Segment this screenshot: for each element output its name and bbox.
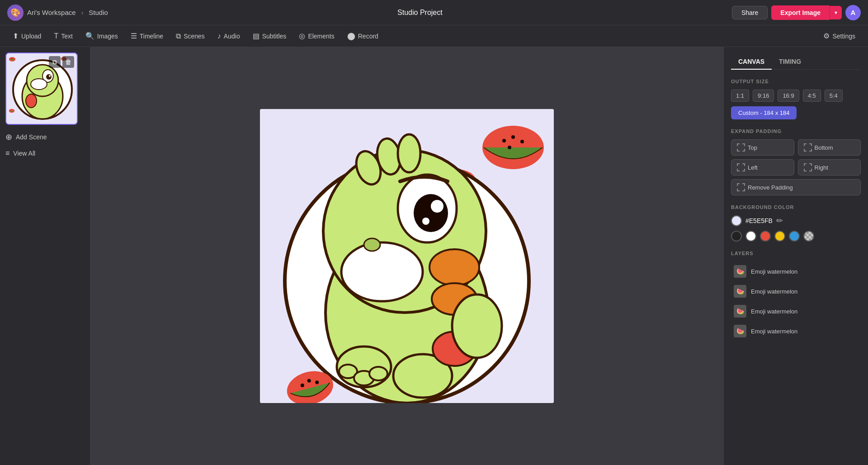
export-dropdown-button[interactable]: ▾ bbox=[830, 6, 842, 19]
user-avatar[interactable]: A bbox=[845, 5, 861, 20]
padding-left-icon bbox=[737, 163, 745, 171]
subtitles-button[interactable]: ▤ Subtitles bbox=[247, 29, 292, 43]
bg-color-section: BACKGROUND COLOR #E5E5FB ✏ bbox=[731, 204, 861, 242]
record-icon: ⬤ bbox=[347, 32, 355, 40]
export-button[interactable]: Export Image bbox=[771, 5, 830, 20]
layer-thumb: 🍉 bbox=[734, 305, 746, 318]
canvas-frame[interactable] bbox=[260, 109, 554, 403]
topbar-right: Share Export Image ▾ A bbox=[732, 5, 861, 20]
layer-thumb: 🍉 bbox=[734, 325, 746, 337]
layer-item[interactable]: 🍉 Emoji watermelon bbox=[731, 261, 861, 281]
color-preset-black[interactable] bbox=[731, 231, 742, 242]
scene-thumbnail[interactable]: ⧉ 🗑 bbox=[5, 52, 78, 125]
svg-point-17 bbox=[511, 135, 515, 139]
add-scene-icon: ⊕ bbox=[5, 132, 12, 142]
layer-thumb: 🍉 bbox=[734, 265, 746, 278]
color-preset-yellow[interactable] bbox=[774, 231, 785, 242]
project-title: Studio Project bbox=[112, 9, 728, 17]
bg-color-row: #E5E5FB ✏ bbox=[731, 215, 861, 226]
timeline-icon: ☰ bbox=[131, 32, 137, 40]
svg-point-29 bbox=[341, 242, 423, 301]
layers-label: LAYERS bbox=[731, 251, 861, 256]
layer-item[interactable]: 🍉 Emoji watermelon bbox=[731, 321, 861, 341]
text-button[interactable]: T Text bbox=[48, 29, 78, 43]
layer-item[interactable]: 🍉 Emoji watermelon bbox=[731, 301, 861, 321]
padding-right-button[interactable]: Right bbox=[798, 159, 861, 176]
svg-point-33 bbox=[422, 218, 429, 225]
panel-tabs: CANVAS TIMING bbox=[731, 54, 861, 70]
layer-name: Emoji watermelon bbox=[751, 288, 797, 295]
color-preset-blue[interactable] bbox=[789, 231, 800, 242]
breadcrumb-sep: › bbox=[81, 9, 84, 16]
svg-point-7 bbox=[31, 79, 47, 90]
layers-section: LAYERS 🍉 Emoji watermelon 🍉 Emoji waterm… bbox=[731, 251, 861, 341]
timeline-button[interactable]: ☰ Timeline bbox=[125, 29, 169, 43]
bg-color-swatch[interactable] bbox=[731, 215, 742, 226]
svg-point-31 bbox=[414, 194, 448, 232]
svg-point-13 bbox=[9, 109, 15, 113]
expand-padding-section: EXPAND PADDING Top Bottom Left Right bbox=[731, 128, 861, 195]
size-presets: 1:1 9:16 16:9 4:5 5:4 bbox=[731, 90, 861, 102]
color-preset-white[interactable] bbox=[745, 231, 756, 242]
add-scene-button[interactable]: ⊕ Add Scene bbox=[5, 128, 85, 146]
padding-top-icon bbox=[737, 143, 745, 152]
svg-point-46 bbox=[398, 134, 420, 172]
settings-icon: ⚙ bbox=[823, 32, 830, 40]
remove-padding-button[interactable]: Remove Padding bbox=[731, 179, 861, 195]
tab-canvas[interactable]: CANVAS bbox=[731, 54, 772, 70]
view-all-icon: ≡ bbox=[5, 149, 9, 157]
scenes-button[interactable]: ⧉ Scenes bbox=[170, 29, 210, 43]
view-all-button[interactable]: ≡ View All bbox=[5, 146, 85, 161]
svg-point-18 bbox=[520, 140, 524, 143]
share-button[interactable]: Share bbox=[732, 6, 768, 19]
svg-point-6 bbox=[49, 75, 51, 77]
text-icon: T bbox=[54, 32, 58, 40]
images-icon: 🔍 bbox=[85, 32, 94, 40]
size-9-16[interactable]: 9:16 bbox=[753, 90, 774, 102]
custom-size-button[interactable]: Custom - 184 x 184 bbox=[731, 106, 797, 119]
svg-point-11 bbox=[12, 58, 13, 59]
padding-bottom-button[interactable]: Bottom bbox=[798, 139, 861, 156]
scenes-icon: ⧉ bbox=[176, 32, 181, 40]
main-canvas-svg bbox=[260, 109, 554, 403]
size-16-9[interactable]: 16:9 bbox=[778, 90, 799, 102]
padding-buttons: Top Bottom Left Right Remove Padding bbox=[731, 139, 861, 195]
padding-left-button[interactable]: Left bbox=[731, 159, 794, 176]
svg-point-10 bbox=[11, 58, 12, 59]
svg-point-8 bbox=[26, 94, 37, 108]
padding-right-icon bbox=[804, 163, 812, 171]
elements-button[interactable]: ◎ Elements bbox=[293, 29, 340, 43]
images-button[interactable]: 🔍 Images bbox=[80, 29, 123, 43]
audio-button[interactable]: ♪ Audio bbox=[212, 29, 245, 43]
studio-link[interactable]: Studio bbox=[89, 9, 108, 16]
brand-logo: 🎨 bbox=[7, 5, 24, 21]
upload-button[interactable]: ⬆ Upload bbox=[7, 29, 47, 43]
padding-bottom-icon bbox=[804, 143, 812, 152]
svg-point-41 bbox=[369, 367, 387, 380]
layer-name: Emoji watermelon bbox=[751, 328, 797, 335]
size-1-1[interactable]: 1:1 bbox=[731, 90, 749, 102]
bg-color-value: #E5E5FB bbox=[745, 217, 773, 224]
brand: 🎨 Ari's Workspace › Studio bbox=[7, 5, 108, 21]
duplicate-scene-button[interactable]: ⧉ bbox=[49, 56, 61, 68]
size-4-5[interactable]: 4:5 bbox=[803, 90, 821, 102]
layer-name: Emoji watermelon bbox=[751, 268, 797, 275]
record-button[interactable]: ⬤ Record bbox=[342, 29, 384, 43]
output-size-section: OUTPUT SIZE 1:1 9:16 16:9 4:5 5:4 Custom… bbox=[731, 79, 861, 119]
svg-point-43 bbox=[452, 294, 502, 358]
layer-name: Emoji watermelon bbox=[751, 308, 797, 315]
padding-top-button[interactable]: Top bbox=[731, 139, 794, 156]
color-preset-transparent[interactable] bbox=[803, 231, 814, 242]
svg-point-19 bbox=[508, 146, 511, 149]
layer-item[interactable]: 🍉 Emoji watermelon bbox=[731, 281, 861, 301]
size-5-4[interactable]: 5:4 bbox=[825, 90, 843, 102]
remove-padding-icon bbox=[737, 183, 745, 191]
delete-scene-button[interactable]: 🗑 bbox=[62, 56, 74, 68]
color-picker-button[interactable]: ✏ bbox=[776, 216, 783, 226]
settings-button[interactable]: ⚙ Settings bbox=[818, 29, 861, 43]
color-preset-red[interactable] bbox=[760, 231, 771, 242]
color-presets bbox=[731, 231, 861, 242]
workspace-link[interactable]: Ari's Workspace bbox=[27, 9, 76, 16]
tab-timing[interactable]: TIMING bbox=[772, 54, 808, 70]
bg-color-label: BACKGROUND COLOR bbox=[731, 204, 861, 210]
